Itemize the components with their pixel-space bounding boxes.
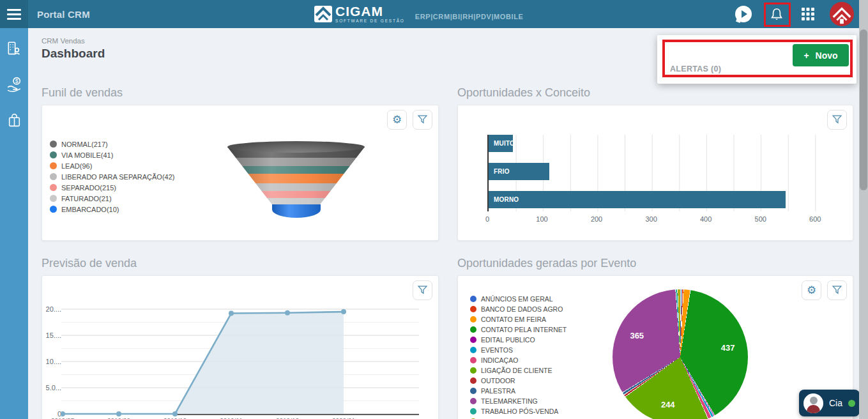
bar-row[interactable]: FRIO [489,163,549,180]
avatar [803,393,823,413]
apps-grid-icon[interactable] [802,8,814,20]
legend-dot [470,296,476,302]
filter-icon[interactable] [827,280,847,300]
legend-item: EDITAL PUBLICO [470,335,567,345]
line-chart-card: 20....15....10....5.0...02019/072019/092… [42,275,439,419]
data-point[interactable] [341,309,346,314]
filter-icon[interactable] [413,280,432,300]
data-point[interactable] [116,411,121,416]
legend-dot [470,347,476,353]
logo-text: CIGAM [335,4,405,18]
app-title: Portal CRM [37,9,90,20]
data-point[interactable] [229,311,234,316]
funnel-band [227,191,365,198]
line-chart[interactable] [61,301,419,418]
funnel-stem [272,204,321,218]
y-tick-label: 20.... [45,305,61,313]
legend-label: VIA MOBILE(41) [61,151,113,159]
legend-item: INDICAÇAO [470,355,567,365]
pie-chart[interactable]: 437244365 [613,289,748,419]
funnel-top-ellipse [227,141,365,153]
hamburger-menu-icon[interactable] [0,0,28,28]
y-tick-label: 5.0... [45,384,61,392]
legend-item: ANÚNCIOS EM GERAL [470,294,567,304]
user-chip[interactable]: Cia [799,390,860,416]
legend-dot [50,151,57,158]
x-tick-label: 0 [485,215,489,223]
breadcrumb: CRM Vendas [42,37,85,45]
gear-icon[interactable]: ⚙ [802,280,821,300]
panel-oportunidades-x-conceito: Oportunidades x Conceito MUITO FRIOFRIOM… [457,86,853,241]
svg-text:$: $ [15,77,18,84]
online-status-dot [848,400,855,407]
product-modules-label: ERP|CRM|BI|RH|PDV|MOBILE [415,13,524,20]
sidebar-item-sales-icon[interactable]: $ [5,75,23,93]
funnel-band [227,158,365,166]
funnel-band [227,166,365,174]
legend-dot [50,141,57,148]
legend-dot [50,162,57,169]
legend-label: EDITAL PUBLICO [481,336,535,344]
legend-label: INDICAÇAO [481,356,518,364]
alerts-title: ALERTAS (0) [670,65,721,73]
cigam-home-icon[interactable] [830,2,854,26]
bar-category-label: MORNO [494,191,519,208]
filter-icon[interactable] [827,110,847,130]
x-tick-label: 300 [645,215,657,223]
funnel-band [227,198,365,204]
legend-label: BANCO DE DADOS AGRO [481,305,563,313]
legend-label: TELEMARKETING [481,397,538,405]
data-point[interactable] [172,411,178,416]
chat-icon[interactable] [735,6,752,22]
pie-slice-value-label: 244 [661,399,675,409]
alerts-popup: ALERTAS (0) + Novo [657,35,857,84]
bar-chart-card: MUITO FRIOFRIOMORNO 0100200300400500600 [457,105,853,241]
bar[interactable] [489,191,786,208]
bar-row[interactable]: MORNO [489,191,786,208]
bar-chart-plot[interactable]: MUITO FRIOFRIOMORNO [487,135,842,211]
pie-chart-card: ⚙ ANÚNCIOS EM GERALBANCO DE DADOS AGROCO… [457,275,853,419]
legend-label: PALESTRA [481,387,515,395]
x-tick-label: 400 [700,215,712,223]
x-tick-label: 100 [536,215,547,223]
legend-item: OUTDOOR [470,376,567,386]
legend-label: LIGAÇÃO DE CLIENTE [481,367,552,374]
legend-dot [470,316,476,323]
legend-label: OUTDOOR [481,377,515,385]
legend-item: BANCO DE DADOS AGRO [470,304,567,314]
notifications-bell-icon[interactable] [767,3,786,25]
legend-dot [470,337,476,343]
filter-icon[interactable] [413,110,432,130]
legend-dot [50,195,57,202]
panel-title: Funil de vendas [42,86,439,100]
legend-dot [470,357,476,363]
sidebar-item-clients-icon[interactable] [5,40,23,57]
cigam-logo: CIGAM SOFTWARE DE GESTÃO ERP|CRM|BI|RH|P… [314,0,523,28]
data-point[interactable] [285,310,290,316]
panel-title: Previsão de venda [42,257,439,271]
bar-category-label: MUITO FRIO [494,135,533,152]
sidebar-item-orders-icon[interactable] [5,111,23,129]
scrollbar-thumb[interactable] [860,29,867,190]
legend-label: NORMAL(217) [61,141,108,148]
bar-row[interactable]: MUITO FRIO [489,135,513,152]
x-tick-label: 200 [591,215,602,223]
y-tick-label: 0 [45,410,61,418]
new-alert-button[interactable]: + Novo [793,44,849,66]
legend-label: SEPARADO(215) [61,184,116,192]
legend-label: FATURADO(21) [61,195,112,202]
legend-label: CONTATO EM FEIRA [481,316,546,323]
funnel-chart[interactable] [227,141,365,218]
data-point[interactable] [61,411,65,416]
x-tick-label: 600 [809,215,821,223]
legend-item: SEPARADO(215) [50,182,174,193]
panel-funil-de-vendas: Funil de vendas ⚙ NORMAL(217)VIA MOBILE(… [42,86,439,241]
gear-icon[interactable]: ⚙ [387,110,407,130]
legend-dot [470,367,476,374]
legend-item: TELEMARKETING [470,396,567,406]
funnel-card: ⚙ NORMAL(217)VIA MOBILE(41)LEAD(96)LIBER… [42,105,439,241]
legend-dot [470,398,476,404]
legend-item: LIGAÇÃO DE CLIENTE [470,365,567,376]
legend-item: CONTATO PELA INTERNET [470,324,567,335]
legend-label: EMBARCADO(10) [61,206,119,213]
